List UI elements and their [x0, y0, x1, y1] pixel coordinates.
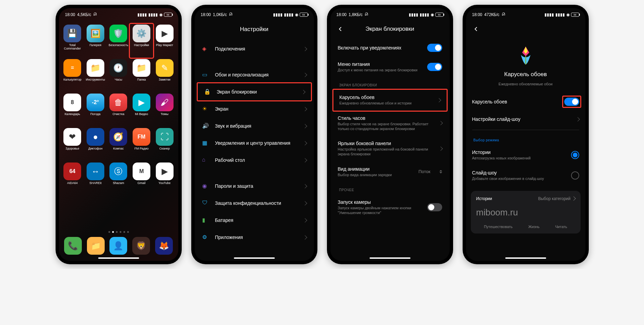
radio-off[interactable] — [571, 171, 579, 180]
updown-icon — [439, 170, 442, 173]
card-tabs: Путешествовать Жизнь Читать — [476, 225, 575, 229]
app-темы[interactable]: 🖌Темы — [154, 94, 176, 126]
app-здоровье[interactable]: ❤Здоровье — [62, 128, 84, 160]
toggle-on[interactable] — [564, 98, 579, 106]
app-компас[interactable]: 🧭Компас — [108, 128, 130, 160]
app-календарь[interactable]: 8Календарь — [62, 94, 84, 126]
dock-app[interactable]: 👤 — [109, 237, 127, 255]
settings-item-батарея[interactable]: ▮Батарея — [196, 212, 313, 229]
page-header: Экран блокировки — [330, 20, 450, 39]
settings-label: Защита конфиденциальности — [215, 200, 297, 206]
back-icon[interactable] — [472, 25, 480, 33]
dnd-icon — [364, 12, 369, 17]
card-link[interactable]: Выбор категорий — [538, 196, 575, 201]
settings-label: Подключения — [215, 46, 297, 52]
battery-icon: 59 — [300, 13, 308, 17]
app-папка[interactable]: 📁Папка — [131, 59, 152, 91]
settings-item-подключения[interactable]: ◈Подключения — [196, 40, 313, 57]
settings-item-обои-и-персонализация[interactable]: ▭Обои и персонализация — [196, 66, 313, 83]
app-shareit[interactable]: ↔SHAREit — [85, 162, 106, 195]
settings-item-экран-блокировки[interactable]: 🔒Экран блокировки — [197, 82, 312, 101]
app-галерея[interactable]: 🖼️Галерея — [85, 25, 106, 57]
app-icon: ↔ — [87, 162, 104, 180]
settings-screen: 18:00 1,0КБ/с ▮▮▮▮ ▮▮▮▮ ◉ 59 Настройки ◈… — [195, 8, 314, 261]
app-инструменты[interactable]: 📁Инструменты — [85, 59, 106, 91]
mode-slideshow[interactable]: Слайд-шоу Добавьте свои изображения в сл… — [466, 165, 585, 186]
setting-wallpaper-carousel[interactable]: Карусель обоев Ежедневно обновляемые обо… — [332, 89, 448, 111]
app-диктофон[interactable]: ●Диктофон — [85, 128, 106, 160]
status-speed: 472КБ/с — [484, 12, 499, 17]
dock-app[interactable]: 📁 — [87, 237, 105, 255]
dock: 📞📁👤🦁🦊 — [59, 234, 178, 261]
app-fm-радио[interactable]: FMFM Радио — [131, 128, 152, 160]
status-bar: 18:00 1,0КБ/с ▮▮▮▮ ▮▮▮▮ ◉ 59 — [195, 8, 314, 20]
signal-icon: ▮▮▮▮ — [137, 12, 147, 17]
app-label: Папка — [137, 78, 146, 82]
signal-icon-2: ▮▮▮▮ — [555, 12, 565, 17]
setting-carousel-toggle[interactable]: Карусель обоев — [466, 93, 585, 111]
app-aida64[interactable]: 64AIDA64 — [62, 162, 84, 195]
tab[interactable]: Читать — [555, 225, 567, 229]
app-сканер[interactable]: ⛶Сканер — [154, 128, 176, 160]
dock-app[interactable]: 📞 — [64, 237, 82, 255]
tab[interactable]: Путешествовать — [484, 225, 512, 229]
app-grid: 💾Total Commander🖼️Галерея🛡️Безопасность⚙… — [59, 20, 178, 230]
settings-icon: ⚙ — [202, 234, 209, 241]
settings-icon: ▮ — [202, 217, 209, 224]
app-label: Инструменты — [86, 78, 105, 82]
card-title: Истории — [476, 196, 492, 201]
app-gmail[interactable]: MGmail — [131, 162, 152, 195]
tab[interactable]: Жизнь — [528, 225, 539, 229]
setting-slideshow-settings[interactable]: Настройки слайд-шоу — [466, 111, 585, 128]
radio-on[interactable] — [571, 151, 579, 159]
setting-clock-style[interactable]: Стиль часов Выбор стиля часов на экране … — [332, 111, 448, 136]
app-mi-видео[interactable]: ▶Mi Видео — [131, 94, 152, 126]
settings-item-уведомления-и-центр-управления[interactable]: ▦Уведомления и центр управления — [196, 135, 313, 152]
settings-label: Экран — [215, 106, 297, 112]
toggle-on[interactable] — [427, 63, 442, 71]
settings-item-экран[interactable]: ☀Экран — [196, 100, 313, 117]
settings-item-защита-конфиденциальности[interactable]: 🛡Защита конфиденциальности — [196, 195, 313, 212]
status-bar: 18:00 4,5КБ/с ▮▮▮▮ ▮▮▮▮ ◉ 59 — [59, 8, 178, 20]
app-label: Сканер — [159, 147, 170, 151]
app-shazam[interactable]: ⓢShazam — [108, 162, 130, 195]
dock-app[interactable]: 🦊 — [155, 237, 173, 255]
mode-stories[interactable]: Истории Автозагрузка новых изображений — [466, 145, 585, 165]
app-icon: ▶ — [156, 162, 174, 180]
app-погода[interactable]: -2°Погода — [85, 94, 106, 126]
chevron-right-icon — [438, 146, 443, 151]
settings-item-пароли-и-защита[interactable]: ◉Пароли и защита — [196, 178, 313, 195]
app-заметки[interactable]: ✎Заметки — [154, 59, 176, 91]
app-play-маркет[interactable]: ▶Play Маркет — [154, 25, 176, 57]
toggle-on[interactable] — [427, 44, 442, 52]
app-icon: FM — [133, 128, 150, 146]
app-калькулятор[interactable]: =Калькулятор — [62, 59, 84, 91]
app-часы[interactable]: 🕐Часы — [108, 59, 130, 91]
app-icon: 64 — [63, 162, 81, 180]
setting-side-shortcuts[interactable]: Ярлыки боковой панели Настройка ярлыков … — [332, 136, 448, 161]
settings-item-звук-и-вибрация[interactable]: 🔊Звук и вибрация — [196, 117, 313, 135]
app-youtube[interactable]: ▶YouTube — [154, 162, 176, 195]
settings-label: Приложения — [215, 235, 297, 240]
stories-card[interactable]: Истории Выбор категорий miboom.ru Путеше… — [471, 191, 581, 234]
dock-app[interactable]: 🦁 — [132, 237, 150, 255]
setting-charge-animation[interactable]: Вид анимации Выбор вида анимации зарядки… — [332, 161, 448, 182]
setting-notifications-wake[interactable]: Включать при уведомлениях — [332, 39, 448, 57]
settings-item-рабочий-стол[interactable]: ⌂Рабочий стол — [196, 152, 313, 169]
hero-subtitle: Ежедневно обновляемые обои — [498, 82, 552, 86]
app-icon: ❤ — [63, 128, 81, 146]
setting-launch-camera[interactable]: Запуск камеры Запуск камеры двойным нажа… — [332, 195, 448, 220]
svg-line-2 — [365, 13, 368, 16]
settings-item-приложения[interactable]: ⚙Приложения — [196, 229, 313, 246]
settings-label: Рабочий стол — [215, 157, 297, 163]
back-icon[interactable] — [336, 25, 344, 33]
toggle-off[interactable] — [427, 203, 442, 211]
settings-label: Звук и вибрация — [215, 123, 297, 129]
app-label: YouTube — [159, 182, 170, 185]
setting-power-menu[interactable]: Меню питания Доступ к меню питания на эк… — [332, 57, 448, 77]
app-безопасность[interactable]: 🛡️Безопасность — [108, 25, 130, 57]
app-label: Часы — [115, 78, 122, 82]
app-total-commander[interactable]: 💾Total Commander — [62, 25, 84, 57]
app-настройки[interactable]: ⚙️Настройки — [129, 23, 154, 59]
app-очистка[interactable]: 🗑Очистка — [108, 94, 130, 126]
